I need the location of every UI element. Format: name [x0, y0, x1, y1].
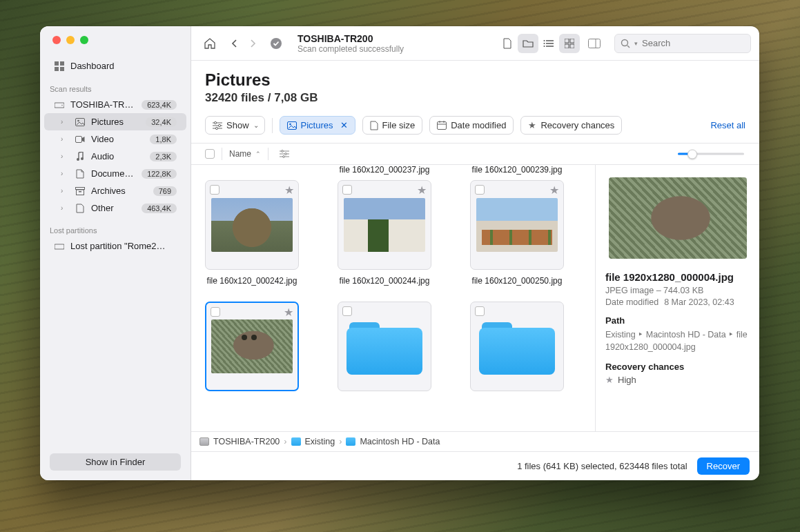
filter-label: Recovery chances: [540, 120, 614, 130]
search-input[interactable]: [642, 38, 758, 48]
chevron-right-icon: ›: [61, 118, 69, 126]
dashboard-label: Dashboard: [70, 61, 177, 71]
checkbox[interactable]: [475, 306, 485, 316]
minimize-icon[interactable]: [66, 36, 75, 44]
sidebar-item-archives[interactable]: › Archives 769: [44, 182, 186, 199]
filter-pictures[interactable]: Pictures ✕: [280, 116, 355, 135]
sidebar-item-other[interactable]: › Other 463,4K: [44, 199, 186, 217]
checkbox[interactable]: [210, 185, 219, 195]
file-name: file 160x120_000237.jpg: [338, 165, 431, 175]
reset-all[interactable]: Reset all: [710, 120, 745, 130]
show-label: Show: [226, 120, 249, 130]
select-all-checkbox[interactable]: [205, 149, 215, 159]
file-item[interactable]: ★ file 160x120_000244.jpg: [338, 180, 431, 286]
sidebar-item-pictures[interactable]: › Pictures 32,4K: [44, 113, 186, 130]
folder-item[interactable]: [470, 302, 564, 391]
filter-bar: Show ⌄ Pictures ✕ File size: [191, 109, 759, 144]
document-icon: [75, 169, 86, 179]
thumbnail: [344, 198, 425, 252]
window-subtitle: Scan completed successfully: [297, 44, 493, 54]
folder-item[interactable]: [338, 302, 431, 391]
filter-file-size[interactable]: File size: [362, 116, 423, 135]
sidebar-item-dashboard[interactable]: Dashboard: [44, 57, 186, 75]
other-icon: [75, 204, 86, 213]
show-in-finder-button[interactable]: Show in Finder: [50, 453, 181, 471]
checkbox[interactable]: [475, 185, 485, 195]
star-icon[interactable]: ★: [549, 184, 559, 197]
svg-point-27: [218, 124, 220, 126]
column-header: Name ⌃: [191, 144, 759, 165]
svg-rect-1: [60, 61, 64, 66]
chevron-right-icon: ›: [284, 437, 286, 446]
sidebar-item-disk[interactable]: TOSHIBA-TR2… 623,4K: [44, 96, 186, 113]
archive-icon: [75, 187, 86, 195]
close-icon[interactable]: ✕: [340, 120, 348, 130]
documents-badge: 122,8K: [142, 169, 177, 179]
sidebar-item-video[interactable]: › Video 1,8K: [44, 130, 186, 148]
star-icon[interactable]: ★: [417, 184, 427, 197]
file-grid[interactable]: file 160x120_000237.jpg file 160x120_000…: [191, 165, 595, 431]
svg-rect-14: [55, 244, 64, 249]
view-grid-button[interactable]: [559, 34, 580, 53]
star-icon: ★: [528, 120, 536, 130]
filter-recovery[interactable]: ★ Recovery chances: [520, 116, 622, 135]
filter-label: Date modified: [451, 120, 506, 130]
view-file-button[interactable]: [497, 34, 518, 53]
sidebar-section-scan: Scan results: [40, 75, 191, 96]
scan-status-icon: [266, 34, 286, 53]
other-badge: 463,4K: [142, 204, 177, 213]
chevron-right-icon: ›: [61, 170, 69, 177]
pictures-badge: 32,4K: [146, 117, 177, 127]
pictures-icon: [75, 118, 86, 126]
maximize-icon[interactable]: [80, 36, 88, 44]
view-folder-button[interactable]: [518, 34, 538, 53]
svg-rect-13: [79, 191, 81, 193]
svg-point-30: [289, 123, 291, 125]
zoom-slider[interactable]: [678, 153, 744, 155]
sidebar: Dashboard Scan results TOSHIBA-TR2… 623,…: [40, 26, 191, 480]
star-icon[interactable]: ★: [284, 184, 294, 197]
audio-icon: [75, 152, 86, 161]
partial-row: file 160x120_000237.jpg file 160x120_000…: [205, 165, 581, 175]
sidebar-item-audio[interactable]: › Audio 2,3K: [44, 148, 186, 165]
footer: 1 files (641 KB) selected, 623448 files …: [191, 451, 759, 480]
crumb-mac-hd[interactable]: Macintosh HD - Data: [360, 437, 440, 446]
svg-point-16: [544, 40, 545, 41]
selection-status: 1 files (641 KB) selected, 623448 files …: [517, 461, 687, 471]
close-icon[interactable]: [52, 36, 61, 44]
view-list-button[interactable]: [538, 34, 559, 53]
star-icon: ★: [605, 375, 614, 385]
crumb-disk[interactable]: TOSHIBA-TR200: [213, 437, 280, 446]
home-button[interactable]: [199, 34, 220, 53]
content-area: file 160x120_000237.jpg file 160x120_000…: [191, 165, 759, 431]
checkbox[interactable]: [342, 306, 352, 316]
svg-rect-2: [55, 67, 59, 71]
svg-rect-0: [55, 61, 59, 66]
grid-icon: [54, 61, 65, 71]
video-icon: [75, 135, 86, 144]
show-dropdown[interactable]: Show ⌄: [205, 116, 265, 135]
lost-partition-label: Lost partition "Rome2…: [70, 241, 177, 251]
audio-label: Audio: [91, 151, 144, 161]
svg-point-25: [622, 39, 628, 46]
search-box[interactable]: ▾: [614, 34, 751, 53]
crumb-existing[interactable]: Existing: [305, 437, 335, 446]
column-name[interactable]: Name ⌃: [229, 149, 261, 159]
file-item[interactable]: ★: [205, 302, 299, 391]
column-options-icon[interactable]: [280, 150, 289, 158]
path-value: Existing ‣ Macintosh HD - Data ‣ file 19…: [605, 328, 750, 353]
folder-icon: [346, 437, 355, 446]
checkbox[interactable]: [342, 185, 352, 195]
filter-date-modified[interactable]: Date modified: [429, 116, 514, 135]
forward-button[interactable]: [244, 34, 262, 53]
name-label: Name: [229, 149, 251, 159]
sidebar-item-lost-partition[interactable]: Lost partition "Rome2…: [44, 237, 186, 255]
toggle-sidebar-button[interactable]: [584, 34, 605, 53]
sidebar-item-documents[interactable]: › Documents 122,8K: [44, 165, 186, 182]
file-item[interactable]: ★ file 160x120_000242.jpg: [205, 180, 299, 286]
file-item[interactable]: ★ file 160x120_000250.jpg: [470, 180, 564, 286]
checkbox[interactable]: [211, 307, 220, 317]
recover-button[interactable]: Recover: [697, 457, 750, 475]
back-button[interactable]: [226, 34, 244, 53]
star-icon[interactable]: ★: [284, 306, 293, 319]
